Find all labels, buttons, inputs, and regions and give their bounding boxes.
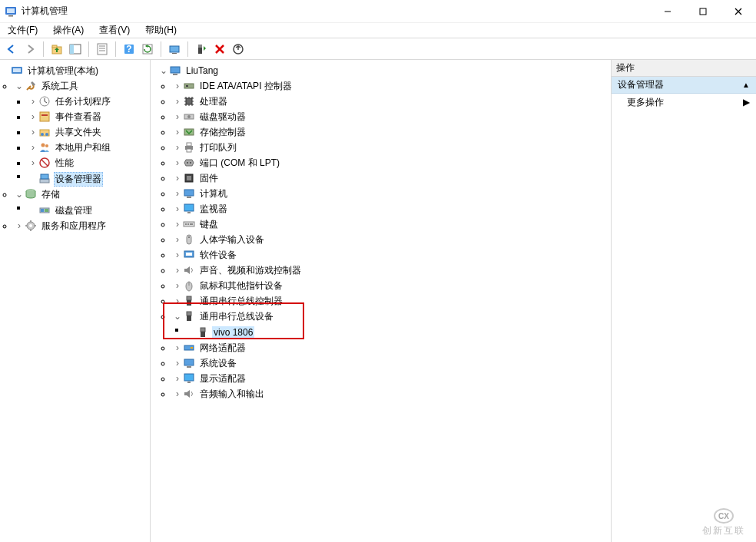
storage[interactable]: ⌄ 存储	[14, 187, 150, 202]
chevron-right-icon[interactable]: ›	[172, 203, 183, 214]
chevron-right-icon[interactable]: ›	[172, 280, 183, 291]
tree-root[interactable]: 计算机管理(本地)	[0, 63, 150, 78]
usb-controllers[interactable]: ›通用串行总线控制器	[172, 293, 611, 309]
chevron-right-icon[interactable]: ›	[172, 250, 183, 260]
scan-hardware-button[interactable]	[166, 41, 183, 58]
tree-label: 鼠标和其他指针设备	[198, 279, 284, 293]
device-manager[interactable]: 设备管理器	[28, 171, 150, 187]
back-button[interactable]	[3, 41, 20, 58]
tree-label: 网络适配器	[198, 341, 247, 355]
help-button[interactable]: ?	[121, 41, 138, 58]
software-devices[interactable]: ›软件设备	[172, 247, 611, 263]
tree-label: 服务和应用程序	[40, 219, 108, 233]
console-tree: 计算机管理(本地) ⌄ 系统工具 ›任务计划程序 ›事件查看器 ›共享文件夹	[0, 60, 151, 542]
network-adapters[interactable]: ›网络适配器	[172, 340, 611, 355]
chevron-right-icon[interactable]: ›	[172, 127, 183, 137]
properties-button[interactable]	[94, 41, 111, 58]
chevron-right-icon[interactable]: ›	[172, 388, 183, 399]
usb-devices[interactable]: ⌄通用串行总线设备	[172, 309, 611, 324]
shared-folders[interactable]: ›共享文件夹	[28, 124, 150, 140]
ports[interactable]: ›端口 (COM 和 LPT)	[172, 155, 611, 170]
monitors[interactable]: ›监视器	[172, 201, 611, 216]
display-adapters[interactable]: ›显示适配器	[172, 371, 611, 386]
services-apps[interactable]: ›服务和应用程序	[14, 218, 150, 233]
up-button[interactable]	[48, 41, 65, 58]
mice[interactable]: ›鼠标和其他指针设备	[172, 278, 611, 293]
more-actions[interactable]: 更多操作 ▶	[612, 94, 756, 111]
ide-ata[interactable]: ›IDE ATA/ATAPI 控制器	[172, 78, 611, 94]
collapse-icon[interactable]: ▲	[742, 81, 750, 89]
svg-rect-45	[171, 67, 180, 73]
separator	[187, 41, 188, 57]
audio-io[interactable]: ›音频输入和输出	[172, 386, 611, 402]
chevron-right-icon[interactable]: ›	[172, 265, 183, 276]
chevron-right-icon[interactable]: ›	[172, 173, 183, 183]
performance[interactable]: ›性能	[28, 155, 150, 170]
usb-device-vivo[interactable]: vivo 1806	[186, 325, 611, 340]
system-devices[interactable]: ›系统设备	[172, 355, 611, 371]
processors[interactable]: ›处理器	[172, 94, 611, 109]
hid[interactable]: ›人体学输入设备	[172, 232, 611, 247]
chevron-right-icon[interactable]: ›	[172, 81, 183, 91]
chevron-right-icon[interactable]: ›	[14, 220, 25, 231]
refresh-button[interactable]	[139, 41, 156, 58]
chevron-right-icon[interactable]: ›	[28, 127, 38, 137]
menu-view[interactable]: 查看(V)	[96, 22, 133, 38]
event-viewer[interactable]: ›事件查看器	[28, 109, 150, 124]
chevron-right-icon[interactable]: ›	[172, 157, 183, 168]
maximize-button[interactable]	[685, 0, 721, 22]
keyboards[interactable]: ›键盘	[172, 216, 611, 232]
chevron-right-icon[interactable]: ›	[172, 342, 183, 353]
local-users[interactable]: ›本地用户和组	[28, 140, 150, 155]
chevron-down-icon[interactable]: ⌄	[172, 311, 183, 322]
chevron-right-icon[interactable]: ›	[172, 96, 183, 107]
uninstall-device-button[interactable]	[211, 41, 228, 58]
chevron-right-icon[interactable]: ›	[172, 296, 183, 306]
disk-management[interactable]: 磁盘管理	[28, 203, 150, 218]
tree-label: 存储	[40, 187, 61, 202]
update-driver-button[interactable]	[193, 41, 210, 58]
printer-icon	[183, 141, 195, 154]
sound-video[interactable]: ›声音、视频和游戏控制器	[172, 263, 611, 278]
scheduler-icon	[38, 95, 51, 107]
ide-icon	[183, 80, 195, 92]
chevron-right-icon[interactable]: ›	[172, 358, 183, 368]
chevron-down-icon[interactable]: ⌄	[14, 189, 25, 200]
chevron-down-icon[interactable]: ⌄	[14, 81, 25, 91]
chevron-right-icon[interactable]: ›	[28, 111, 38, 122]
chevron-right-icon[interactable]: ›	[172, 142, 183, 153]
chevron-right-icon[interactable]: ›	[28, 157, 38, 168]
actions-section[interactable]: 设备管理器 ▲	[612, 77, 756, 94]
chevron-right-icon[interactable]: ›	[172, 373, 183, 384]
computers[interactable]: ›计算机	[172, 186, 611, 201]
device-root[interactable]: ⌄ LiuTang	[158, 63, 611, 78]
menu-help[interactable]: 帮助(H)	[142, 22, 180, 38]
chevron-down-icon[interactable]: ⌄	[158, 65, 169, 76]
users-icon	[38, 141, 51, 154]
display-icon	[183, 372, 195, 385]
chevron-right-icon[interactable]: ›	[172, 188, 183, 199]
system-tools[interactable]: ⌄ 系统工具	[14, 78, 150, 94]
forward-button[interactable]	[22, 41, 38, 58]
chevron-right-icon[interactable]: ›	[172, 234, 183, 245]
show-console-tree-button[interactable]	[67, 41, 84, 58]
diskmgmt-icon	[38, 204, 51, 216]
keyboard-icon	[183, 218, 195, 230]
storage-controllers[interactable]: ›存储控制器	[172, 124, 611, 140]
chevron-right-icon[interactable]: ›	[172, 111, 183, 122]
svg-rect-55	[187, 149, 191, 152]
firmware[interactable]: ›固件	[172, 170, 611, 186]
chevron-right-icon[interactable]: ›	[28, 96, 38, 107]
task-scheduler[interactable]: ›任务计划程序	[28, 94, 150, 109]
app-icon	[5, 5, 17, 18]
menu-action[interactable]: 操作(A)	[50, 22, 87, 38]
minimize-button[interactable]	[650, 0, 685, 22]
close-button[interactable]	[721, 0, 756, 22]
chevron-right-icon[interactable]: ›	[28, 142, 38, 153]
chevron-right-icon[interactable]: ›	[172, 219, 183, 230]
menu-file[interactable]: 文件(F)	[5, 22, 41, 38]
actions-header: 操作	[612, 60, 756, 77]
disable-device-button[interactable]	[230, 41, 247, 58]
print-queues[interactable]: ›打印队列	[172, 140, 611, 155]
disk-drives[interactable]: ›磁盘驱动器	[172, 109, 611, 124]
